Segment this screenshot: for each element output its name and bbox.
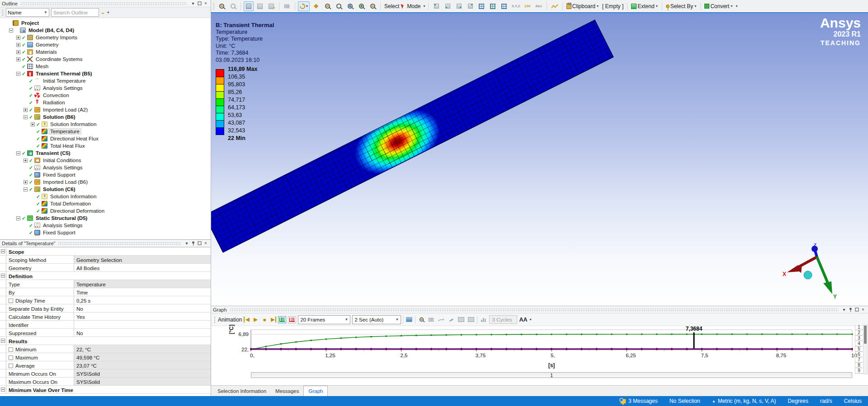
font-size-button[interactable]: AA [519,317,527,323]
animation-progress-slider[interactable]: 1 [251,372,852,378]
graph-scrollbar[interactable] [863,325,868,374]
expand-toggle-icon[interactable] [24,180,28,184]
export-video-icon[interactable] [405,316,413,323]
float-icon[interactable] [196,1,203,6]
duration-dropdown[interactable]: 2 Sec (Auto)▼ [352,315,401,324]
result-set-number[interactable]: 4 [855,341,863,346]
tree-item-solution-information[interactable]: ✓Solution Information [0,121,211,128]
tree-item-fixed-support[interactable]: ✓Fixed Support [0,171,211,178]
expand-toggle-icon[interactable] [24,108,28,112]
select-node-filter-icon[interactable] [476,1,486,11]
result-set-number[interactable]: 9 [855,368,863,373]
tree-item-directional-heat-flux[interactable]: ✓Directional Heat Flux [0,135,211,142]
property-value[interactable]: No [74,329,211,336]
model-viewport[interactable]: B: Transient Thermal Temperature Type: T… [211,12,868,306]
select-element-face-filter-icon[interactable] [488,1,498,11]
property-value[interactable]: Yes [74,313,211,320]
property-value[interactable]: SYS\Solid [74,378,211,385]
tree-item-initial-conditions[interactable]: ✓Initial Conditions [0,157,211,164]
angular-velocity-unit-status[interactable]: rad/s [820,398,832,404]
expand-toggle-icon[interactable] [16,72,20,76]
property-value[interactable]: Temperature [74,280,211,288]
result-sets-chart-icon[interactable] [278,316,286,323]
collapse-section-icon[interactable] [0,337,6,345]
curve-fit-icon[interactable] [437,316,445,323]
chart-curve-icon[interactable] [550,1,560,11]
select-face-filter-icon[interactable] [454,1,464,11]
select-mesh-icon[interactable] [255,1,265,11]
property-value[interactable]: Geometry Selection [74,256,211,263]
tree-item-imported-load-a2[interactable]: ✓Imported Load (A2) [0,106,211,113]
orientation-triad[interactable]: Z X Y [776,243,846,306]
expand-toggle-icon[interactable] [16,50,20,54]
tab-graph[interactable]: Graph [303,386,328,396]
expand-toggle-icon[interactable] [24,159,28,163]
tree-item-temperature[interactable]: ✓Temperature [0,128,211,135]
tree-item-solution-c6[interactable]: ✓Solution (C6) [0,186,211,193]
expand-toggle-icon[interactable] [16,57,20,61]
expand-toggle-icon[interactable] [9,28,13,33]
cycles-input[interactable]: 3 Cycles [489,315,517,324]
expand-toggle-icon[interactable] [16,36,20,40]
float-icon[interactable] [196,241,203,246]
property-checkbox[interactable] [9,355,13,360]
panel-menu-icon[interactable]: ▾ [184,241,190,246]
stop-icon[interactable]: ■ [261,317,268,322]
result-set-number[interactable]: 6 [855,352,863,357]
zoom-previous-icon[interactable] [368,1,377,11]
property-checkbox[interactable] [9,299,13,303]
zoom-icon[interactable] [322,1,332,11]
result-set-number[interactable]: 2 [855,330,863,336]
probe-tag-icon[interactable]: 100 [523,1,533,11]
property-value[interactable]: Time [74,288,211,296]
collapse-section-icon[interactable] [0,272,6,280]
expand-all-icon[interactable]: ⌄ [101,9,105,15]
convert-button[interactable]: Convert▾ [703,1,734,11]
tree-item-total-heat-flux[interactable]: ✓Total Heat Flux [0,142,211,149]
tree-item-radiation[interactable]: ✓Radiation [0,99,211,106]
angle-unit-status[interactable]: Degrees [788,398,808,404]
tree-item-total-deformation[interactable]: ✓Total Deformation [0,200,211,207]
spray-icon[interactable] [447,316,455,323]
close-icon[interactable]: × [203,241,209,246]
property-value[interactable]: 0,25 s [74,296,211,304]
mode-dropdown[interactable]: Mode [406,3,421,9]
tree-item-analysis-settings[interactable]: ✓Analysis Settings [0,222,211,229]
expand-toggle-icon[interactable] [31,122,35,126]
tree-item-initial-temperature[interactable]: ✓Initial Temperature [0,77,211,84]
property-value[interactable]: 49,598 °C [74,353,211,361]
grid-icon[interactable] [427,316,435,323]
box-zoom-icon[interactable] [334,1,344,11]
tree-item-transient-c5[interactable]: ✓Transient (C5) [0,149,211,157]
property-value[interactable]: No [74,304,211,312]
select-edge-filter-icon[interactable] [443,1,453,11]
tree-item-analysis-settings[interactable]: ✓Analysis Settings [0,84,211,92]
zoom-redo-icon[interactable] [228,1,238,11]
result-set-row-numbers[interactable]: 123456789 [855,325,863,373]
tree-item-imported-load-b6[interactable]: ✓Imported Load (B6) [0,178,211,186]
panel-menu-icon[interactable]: ▾ [841,307,847,313]
property-checkbox[interactable] [9,364,13,368]
filter-overflow-icon[interactable]: ▾ [107,10,109,14]
clipboard-button[interactable]: Clipboard▾ [566,1,600,11]
pan-icon[interactable]: ✥ [311,1,321,11]
property-value[interactable]: 22, °C [74,345,211,353]
sketch-select-icon[interactable] [266,1,276,11]
zoom-undo-icon[interactable] [217,1,226,11]
panel-menu-icon[interactable]: ▾ [190,1,196,6]
tree-item-coordinate-systems[interactable]: ✓Coordinate Systems [0,56,211,63]
tree-item-convection[interactable]: ✓Convection [0,92,211,99]
tree-item-solution-b6[interactable]: ✓Solution (B6) [0,113,211,121]
expand-toggle-icon[interactable] [16,151,20,155]
histogram-icon[interactable] [479,316,487,323]
result-set-number[interactable]: 5 [855,346,863,352]
select-element-filter-icon[interactable] [499,1,509,11]
film-strip-icon[interactable] [457,316,465,323]
select-body-filter-icon[interactable] [465,1,475,11]
close-icon[interactable]: × [860,307,866,313]
close-icon[interactable]: × [203,1,209,6]
toolbar-overflow-icon[interactable]: ▾ [735,4,738,8]
tree-item-mesh[interactable]: ✓Mesh [0,63,211,70]
chevron-down-icon[interactable]: ▾ [529,317,532,322]
tree-item-geometry[interactable]: ✓Geometry [0,41,211,48]
